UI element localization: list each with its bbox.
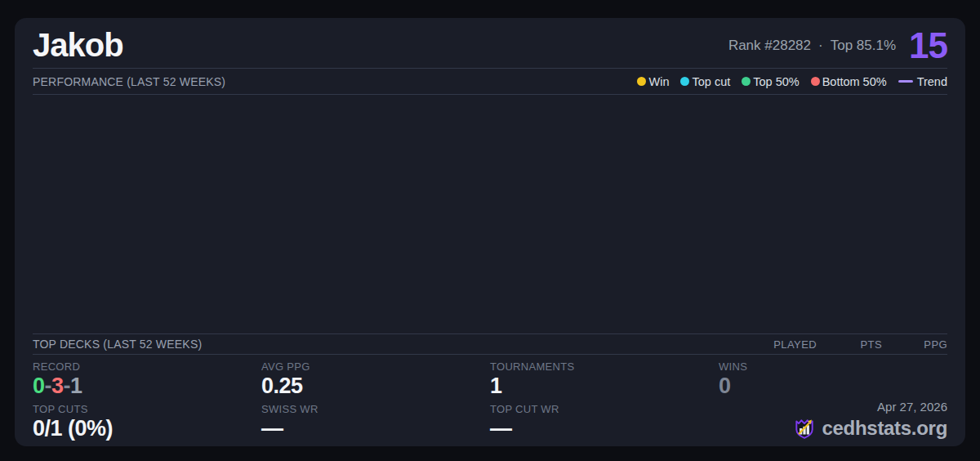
column-header-ppg: PPG <box>882 338 947 351</box>
stat-record: RECORD 0-3-1 <box>33 360 261 403</box>
record-losses: 3 <box>51 374 64 398</box>
chart-legend: Win Top cut Top 50% Bottom 50% Trend <box>637 75 947 88</box>
stat-swiss-wr: SWISS WR — <box>261 403 490 446</box>
date-label: Apr 27, 2026 <box>793 400 947 414</box>
legend-item-top-50: Top 50% <box>742 75 799 88</box>
page-title: Jakob <box>33 27 123 64</box>
record-wins: 0 <box>33 374 45 398</box>
legend-item-win: Win <box>637 75 669 88</box>
player-stats-card: Jakob Rank #28282 · Top 85.1% 15 PERFORM… <box>15 18 965 446</box>
bottom-50-dot-icon <box>811 77 820 86</box>
cedhstats-logo-icon <box>793 417 816 440</box>
legend-item-trend: Trend <box>898 75 947 88</box>
card-header: Jakob Rank #28282 · Top 85.1% 15 <box>33 18 947 68</box>
win-dot-icon <box>637 77 646 86</box>
site-branding: Apr 27, 2026 cedhstats.org <box>793 400 947 440</box>
stat-avg-ppg: AVG PPG 0.25 <box>261 360 490 403</box>
column-header-played: PLAYED <box>735 338 817 351</box>
stat-top-cut-wr: TOP CUT WR — <box>490 403 719 446</box>
rank-text: Rank #28282 · Top 85.1% <box>728 38 896 54</box>
record-value: 0-3-1 <box>33 375 261 398</box>
stat-wins: WINS 0 <box>719 360 947 403</box>
score-value: 15 <box>909 28 947 64</box>
top-percent: Top 85.1% <box>831 38 896 54</box>
trend-line-icon <box>898 80 913 83</box>
stat-tournaments: TOURNAMENTS 1 <box>490 360 719 403</box>
top-cut-dot-icon <box>680 77 689 86</box>
record-draws: 1 <box>70 374 82 398</box>
top-decks-columns: PLAYED PTS PPG <box>735 338 947 351</box>
stat-top-cuts: TOP CUTS 0/1 (0%) <box>33 403 261 446</box>
performance-title: PERFORMANCE (LAST 52 WEEKS) <box>33 75 225 88</box>
performance-header: PERFORMANCE (LAST 52 WEEKS) Win Top cut … <box>33 69 947 94</box>
top-decks-title: TOP DECKS (LAST 52 WEEKS) <box>33 338 202 351</box>
top-decks-header: TOP DECKS (LAST 52 WEEKS) PLAYED PTS PPG <box>33 334 947 354</box>
top-50-dot-icon <box>742 77 751 86</box>
legend-item-bottom-50: Bottom 50% <box>811 75 887 88</box>
site-name: cedhstats.org <box>822 417 947 440</box>
performance-chart <box>33 95 947 333</box>
column-header-pts: PTS <box>817 338 882 351</box>
rank-number: Rank #28282 <box>728 38 811 54</box>
header-rank-block: Rank #28282 · Top 85.1% 15 <box>728 28 947 64</box>
legend-item-top-cut: Top cut <box>680 75 730 88</box>
stats-grid: RECORD 0-3-1 AVG PPG 0.25 TOURNAMENTS 1 … <box>33 355 947 446</box>
rank-separator: · <box>818 38 823 54</box>
